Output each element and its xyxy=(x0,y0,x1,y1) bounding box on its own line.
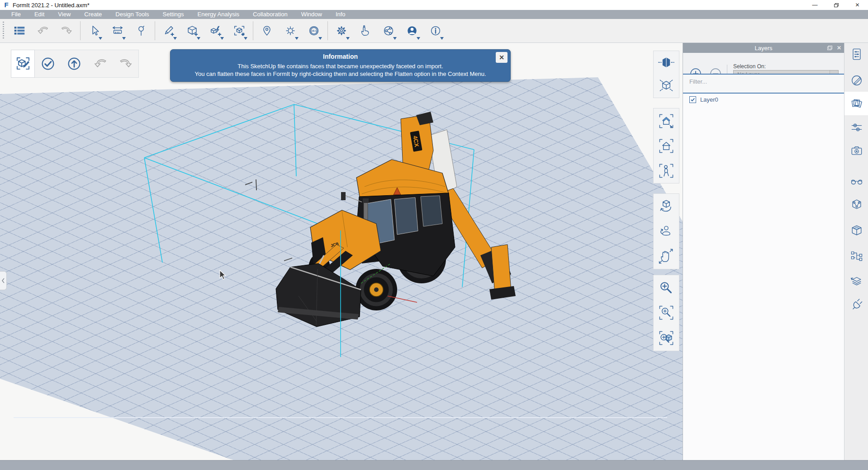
location-button[interactable] xyxy=(255,20,279,42)
panel-float-button[interactable] xyxy=(827,46,832,50)
window-controls: — ✕ xyxy=(804,0,868,10)
undo-icon[interactable] xyxy=(93,56,108,71)
select-tool-button[interactable] xyxy=(82,20,106,42)
hierarchy-rail-button[interactable] xyxy=(849,248,864,263)
sketch-tool-button[interactable] xyxy=(157,20,180,42)
dropdown-caret xyxy=(173,37,177,40)
main-menu-button[interactable] xyxy=(8,20,31,42)
menu-energy-analysis[interactable]: Energy Analysis xyxy=(191,10,247,19)
3d-viewport-canvas[interactable]: 4CX xyxy=(0,43,683,460)
lay er-name[interactable]: Layer0 xyxy=(700,96,718,103)
menu-window[interactable]: Window xyxy=(294,10,329,19)
redo-icon xyxy=(60,24,73,38)
redo-button[interactable] xyxy=(55,20,78,42)
undo-button[interactable] xyxy=(31,20,55,42)
touch-gestures-icon xyxy=(358,24,372,38)
edit-in-context-icon xyxy=(14,55,32,72)
measure-tool-button[interactable] xyxy=(106,20,129,42)
plumb-bob-button[interactable] xyxy=(129,20,153,42)
stacked-layers-rail-button[interactable] xyxy=(849,273,864,288)
adjustments-icon xyxy=(849,120,864,135)
toolbar-separator xyxy=(80,21,81,40)
menu-settings[interactable]: Settings xyxy=(156,10,191,19)
frame-scene-icon[interactable] xyxy=(657,112,675,130)
adjustments-rail-button[interactable] xyxy=(849,120,864,135)
redo-icon[interactable] xyxy=(118,56,133,71)
properties-rail-button[interactable] xyxy=(849,47,864,62)
primitive-tool-button[interactable] xyxy=(180,20,204,42)
pan-icon[interactable] xyxy=(657,247,675,265)
look-around-icon[interactable] xyxy=(657,222,675,240)
plugins-rail-button[interactable] xyxy=(849,296,864,312)
toolbar-grip[interactable] xyxy=(3,22,4,40)
selection-on-label: Selection On: xyxy=(733,63,766,70)
section-rail-button[interactable] xyxy=(849,223,864,238)
generate-tool-button[interactable] xyxy=(204,20,228,42)
frame-model-icon[interactable] xyxy=(657,137,675,155)
share-button[interactable] xyxy=(377,20,400,42)
framing-group xyxy=(653,108,679,183)
close-button[interactable]: ✕ xyxy=(847,0,868,10)
minimize-button[interactable]: — xyxy=(804,0,825,10)
visual-styles-rail-button[interactable] xyxy=(849,174,864,189)
edit-in-context-button[interactable] xyxy=(11,50,35,78)
zoom-object-icon[interactable] xyxy=(657,329,675,347)
axonometric-view-icon[interactable] xyxy=(657,77,675,95)
zoom-in-icon[interactable] xyxy=(657,279,675,297)
layers-rail-button[interactable] xyxy=(849,95,864,111)
select-icon xyxy=(87,24,101,38)
touch-gestures-button[interactable] xyxy=(353,20,377,42)
sun-shadows-button[interactable] xyxy=(279,20,302,42)
zoom-group xyxy=(653,275,679,351)
toolbar-separator xyxy=(253,21,253,40)
close-icon: ✕ xyxy=(499,54,504,61)
menu-view[interactable]: View xyxy=(51,10,77,19)
finish-up-icon[interactable] xyxy=(66,56,82,72)
plumb-bob-icon xyxy=(134,24,148,38)
stacked-layers-icon xyxy=(849,273,864,287)
dropdown-caret xyxy=(220,37,224,40)
banner-close-button[interactable]: ✕ xyxy=(496,52,508,63)
first-person-icon[interactable] xyxy=(657,162,675,180)
menu-info[interactable]: Info xyxy=(329,10,352,19)
plugins-icon xyxy=(849,297,864,311)
dropdown-caret xyxy=(440,37,444,40)
workspace: 4CX xyxy=(0,43,868,460)
scenes-rail-button[interactable] xyxy=(849,143,864,158)
chevron-left-icon xyxy=(1,278,5,283)
layer-visibility-checkbox[interactable] xyxy=(689,96,696,103)
menu-create[interactable]: Create xyxy=(77,10,109,19)
filter-input[interactable] xyxy=(689,78,834,85)
menu-collaboration[interactable]: Collaboration xyxy=(246,10,294,19)
layers-panel-header[interactable]: Layers ✕ xyxy=(683,43,844,53)
backhoe-model[interactable]: 4CX xyxy=(276,112,516,327)
orbit-icon[interactable] xyxy=(657,197,675,216)
restore-button[interactable] xyxy=(825,0,847,10)
panel-close-button[interactable]: ✕ xyxy=(837,43,841,53)
group-tool-button[interactable] xyxy=(228,20,251,42)
components-icon xyxy=(849,197,864,212)
restore-icon xyxy=(834,3,839,7)
settings-button[interactable] xyxy=(330,20,353,42)
window-title: FormIt 2021.2 - Untitled.axm* xyxy=(13,2,90,9)
menu-file[interactable]: File xyxy=(5,10,28,19)
context-toolbar xyxy=(11,50,139,78)
dropdown-caret xyxy=(122,37,126,40)
orthographic-view-icon[interactable] xyxy=(657,54,675,72)
info-button[interactable] xyxy=(424,20,447,42)
layer-row[interactable]: Layer0 xyxy=(683,94,844,105)
3d-viewport[interactable]: 4CX xyxy=(0,43,683,460)
finish-check-icon[interactable] xyxy=(40,56,56,72)
layers-toolbar: Selection On: No Layer xyxy=(683,53,844,74)
account-button[interactable] xyxy=(400,20,424,42)
zoom-window-icon[interactable] xyxy=(657,304,675,322)
banner-message-line1: This SketchUp file contains faces that b… xyxy=(171,62,510,70)
version-button[interactable]: 19.1 xyxy=(302,20,326,42)
menu-edit[interactable]: Edit xyxy=(28,10,51,19)
components-rail-button[interactable] xyxy=(849,197,864,212)
layers-icon xyxy=(849,96,864,110)
materials-rail-button[interactable] xyxy=(849,73,864,88)
collapse-panel-handle[interactable] xyxy=(0,271,7,290)
menu-design-tools[interactable]: Design Tools xyxy=(109,10,156,19)
title-bar: F FormIt 2021.2 - Untitled.axm* — ✕ xyxy=(0,0,868,10)
